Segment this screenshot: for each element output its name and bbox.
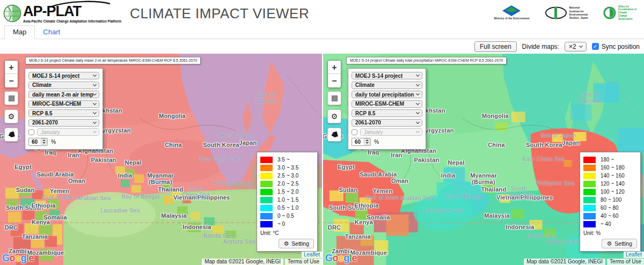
- legend-range-label: 0.5 ~ 1.0: [277, 205, 298, 211]
- legend-panel: 3.5 ~3.0 ~ 3.52.5 ~ 3.02.0 ~ 2.51.5 ~ 2.…: [257, 152, 318, 252]
- terms-of-use-link[interactable]: Terms of Use: [607, 259, 644, 265]
- legend-row: 2.0 ~ 2.5: [260, 180, 314, 188]
- select-value: daily total precipitation: [355, 92, 414, 98]
- zoom-control: + −: [4, 60, 18, 88]
- select-value: MIROC-ESM-CHEM: [355, 101, 404, 107]
- scenario-select[interactable]: RCP 8.5: [28, 109, 99, 117]
- map-settings-button[interactable]: ⚙: [327, 109, 341, 123]
- legend-row: ~ 0: [260, 220, 314, 228]
- period-select[interactable]: 2061-2070: [28, 119, 99, 127]
- scenario-select[interactable]: RCP 8.5: [352, 109, 422, 117]
- legend-color-swatch: [260, 205, 273, 211]
- legend-range-label: 3.0 ~ 3.5: [277, 165, 298, 171]
- project-select[interactable]: MOEJ S-14 project: [352, 72, 422, 79]
- chevron-down-icon: [93, 73, 97, 77]
- legend-range-label: 2.5 ~ 3.0: [277, 173, 298, 179]
- label-toggle-button[interactable]: [327, 128, 341, 142]
- variable-select[interactable]: daily mean 2-m air temperature: [28, 91, 99, 98]
- divide-maps-select[interactable]: ×2: [565, 42, 587, 51]
- month-select[interactable]: January: [37, 128, 99, 136]
- leaflet-attribution-link[interactable]: Leaflet: [302, 252, 322, 258]
- terms-of-use-link[interactable]: Terms of Use: [285, 259, 322, 265]
- stepper-icon[interactable]: [41, 138, 47, 145]
- tab-map[interactable]: Map: [4, 25, 35, 39]
- variable-select[interactable]: daily total precipitation: [352, 91, 422, 98]
- google-logo-letter: o: [15, 253, 21, 263]
- select-value: 2061-2070: [32, 120, 58, 126]
- model-select[interactable]: MIROC-ESM-CHEM: [352, 100, 422, 108]
- opacity-tool-button[interactable]: [4, 91, 18, 105]
- zoom-in-button[interactable]: +: [328, 61, 341, 74]
- zoom-in-button[interactable]: +: [5, 61, 18, 74]
- period-select[interactable]: 2061-2070: [352, 119, 422, 127]
- google-logo-letter: e: [29, 253, 34, 263]
- setting-label: Setting: [614, 240, 632, 247]
- model-select[interactable]: MIROC-ESM-CHEM: [28, 100, 99, 108]
- month-checkbox[interactable]: [352, 129, 357, 135]
- legend-row: 40 ~ 60: [583, 212, 637, 220]
- legend-color-swatch: [583, 197, 596, 203]
- map-toolbar: Full screen Divide maps: ×2 ✓ Sync posit…: [0, 39, 644, 54]
- chevron-down-icon: [93, 92, 97, 95]
- nies-logo: National Institute for Environmental Stu…: [545, 6, 588, 19]
- legend-row: 160 ~ 180: [583, 164, 637, 172]
- dataset-control-panel: MOEJ S-14 project Climate daily mean 2-m…: [25, 68, 103, 150]
- tab-chart[interactable]: Chart: [35, 26, 68, 39]
- legend-color-swatch: [583, 165, 596, 171]
- category-select[interactable]: Climate: [28, 82, 99, 89]
- legend-color-swatch: [260, 197, 273, 203]
- month-checkbox[interactable]: [28, 129, 34, 135]
- chevron-down-icon: [416, 129, 420, 133]
- zoom-out-button[interactable]: −: [5, 74, 18, 87]
- category-select[interactable]: Climate: [352, 82, 422, 89]
- map-attribution: Map data ©2021 Google, INEGI Terms of Us…: [524, 259, 644, 265]
- month-select[interactable]: January: [360, 128, 422, 136]
- dataset-control-panel: MOEJ S-14 project Climate daily total pr…: [348, 68, 426, 150]
- ap-plat-globe-icon: [3, 4, 21, 23]
- zoom-out-button[interactable]: −: [328, 74, 341, 87]
- map-settings-button[interactable]: ⚙: [4, 109, 18, 123]
- opacity-tool-button[interactable]: [327, 91, 341, 105]
- label-toggle-button[interactable]: [4, 128, 18, 142]
- project-select[interactable]: MOEJ S-14 project: [28, 72, 99, 79]
- leaflet-attribution-link[interactable]: Leaflet: [624, 252, 644, 258]
- legend-range-label: 140 ~ 160: [601, 173, 625, 179]
- legend-row: 100 ~ 120: [583, 188, 637, 196]
- legend-range-label: ~ 0: [277, 221, 285, 227]
- legend-setting-button[interactable]: ⚙ Setting: [279, 239, 314, 248]
- stepper-icon[interactable]: [364, 138, 370, 145]
- chevron-down-icon: [93, 111, 97, 114]
- select-value: Climate: [32, 82, 52, 88]
- google-logo-letter: G: [2, 253, 10, 263]
- opacity-input[interactable]: 60: [28, 138, 48, 146]
- legend-row: 2.5 ~ 3.0: [260, 172, 314, 180]
- moe-logo: Ministry of the Environment: [494, 5, 529, 20]
- chevron-down-icon: [579, 43, 583, 47]
- opacity-input[interactable]: 60: [352, 138, 371, 146]
- legend-color-swatch: [260, 181, 273, 187]
- legend-color-swatch: [583, 157, 596, 163]
- sync-position-checkbox[interactable]: ✓: [592, 43, 599, 50]
- map-data-attribution: Map data ©2021 Google, INEGI: [524, 259, 605, 265]
- google-logo[interactable]: Google: [325, 253, 357, 264]
- select-value: Climate: [355, 82, 375, 88]
- full-screen-button[interactable]: Full screen: [474, 41, 517, 52]
- legend-range-label: 120 ~ 140: [601, 181, 625, 187]
- tag-icon: [8, 131, 15, 138]
- setting-label: Setting: [291, 240, 309, 247]
- check-icon: ✓: [593, 43, 597, 49]
- legend-setting-button[interactable]: ⚙ Setting: [602, 239, 637, 248]
- ap-plat-logo[interactable]: AP-PLAT Asia-Pacific Climate Change Adap…: [3, 3, 121, 23]
- moe-diamond-icon: [502, 5, 521, 16]
- legend-range-label: 60 ~ 80: [601, 205, 619, 211]
- legend-row: 0 ~ 0.5: [260, 212, 314, 220]
- map-panel-temperature[interactable]: GreeceKazakhstanUzbekistanKyrgyzstanTurk…: [0, 54, 322, 265]
- select-value: MOEJ S-14 project: [355, 73, 402, 79]
- tag-icon: [331, 131, 338, 138]
- nies-caption: National Institute for Environmental Stu…: [569, 6, 588, 19]
- nies-oval-icon: [545, 6, 567, 19]
- moe-caption: Ministry of the Environment: [494, 17, 529, 20]
- page-title: CLIMATE IMPACT VIEWER: [130, 5, 309, 22]
- map-panel-precipitation[interactable]: GreeceKazakhstanUzbekistanKyrgyzstanTurk…: [322, 54, 644, 265]
- google-logo[interactable]: Google: [2, 253, 34, 264]
